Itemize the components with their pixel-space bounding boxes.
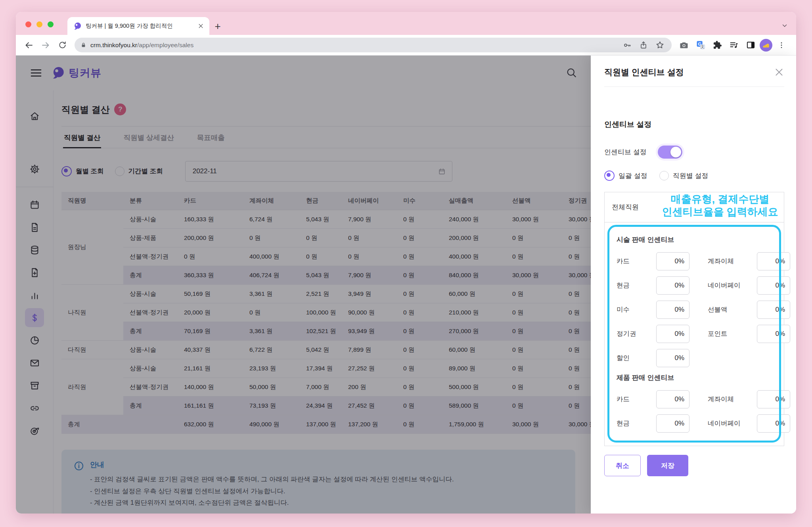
window-close-button[interactable] [25, 21, 31, 27]
tab-favicon-icon [73, 22, 82, 31]
field-label: 정기권 [617, 330, 656, 338]
field-row: 카드계좌이체 [617, 390, 772, 408]
browser-window: 팅커뷰 | 월 9,900원 가장 합리적인 + crm.thinkofyou.… [16, 12, 796, 514]
percent-input[interactable] [757, 414, 790, 433]
field-label: 할인 [617, 354, 656, 362]
key-icon[interactable] [621, 41, 634, 50]
field-label: 현금 [617, 419, 656, 428]
percent-input[interactable] [656, 252, 689, 270]
field-row: 미수선불액 [617, 301, 772, 319]
field-group-title: 시술 판매 인센티브 [617, 235, 775, 244]
field-row: 할인 [617, 349, 772, 367]
sidebar-toggle-icon[interactable] [743, 38, 758, 53]
percent-input[interactable] [656, 349, 689, 367]
percent-input[interactable] [656, 390, 689, 408]
percent-input[interactable] [656, 325, 689, 343]
percent-input[interactable] [656, 301, 689, 319]
tabstrip-chevron-icon[interactable] [781, 22, 788, 29]
browser-tab[interactable]: 팅커뷰 | 월 9,900원 가장 합리적인 [67, 17, 209, 35]
radio-bulk-setting[interactable] [604, 171, 615, 181]
percent-input[interactable] [757, 325, 790, 343]
translate-icon[interactable]: G文 [693, 38, 708, 53]
panel-title: 직원별 인센티브 설정 [604, 67, 684, 78]
annotation-note: 매출유형, 결제수단별 인센티브율을 입력하세요 [657, 193, 783, 218]
url-host: crm.thinkofyou.kr [90, 42, 137, 48]
field-label: 계좌이체 [708, 257, 757, 266]
camera-icon[interactable] [676, 38, 691, 53]
percent-input[interactable] [757, 390, 790, 408]
field-label: 계좌이체 [708, 395, 757, 404]
bookmark-star-icon[interactable] [653, 40, 666, 50]
radio-bulk-label: 일괄 설정 [619, 171, 647, 180]
incentive-section-title: 인센티브 설정 [604, 119, 784, 130]
browser-toolbar: crm.thinkofyou.kr/app/employee/sales G文 [16, 35, 796, 56]
scope-label: 전체직원 [612, 203, 639, 211]
field-label: 현금 [617, 281, 656, 290]
new-tab-button[interactable]: + [209, 18, 226, 34]
field-label: 카드 [617, 257, 656, 266]
back-button[interactable] [21, 38, 36, 53]
toolbar-extensions-area: G文 [676, 38, 791, 53]
percent-input[interactable] [757, 301, 790, 319]
window-maximize-button[interactable] [48, 21, 54, 27]
traffic-lights [25, 21, 54, 27]
percent-input[interactable] [656, 276, 689, 295]
profile-avatar[interactable] [760, 39, 772, 52]
field-label: 선불액 [708, 305, 757, 314]
media-queue-icon[interactable] [726, 38, 741, 53]
reload-button[interactable] [55, 38, 70, 53]
save-button[interactable]: 저장 [647, 455, 688, 476]
incentive-toggle-label: 인센티브 설정 [604, 148, 647, 157]
incentive-scope-box: 전체직원 매출유형, 결제수단별 인센티브율을 입력하세요 시술 판매 인센티브… [604, 192, 784, 446]
field-row: 현금네이버페이 [617, 276, 772, 295]
incentive-fields-area: 시술 판매 인센티브카드계좌이체현금네이버페이미수선불액정기권포인트할인제품 판… [605, 222, 784, 446]
field-label: 네이버페이 [708, 281, 757, 290]
field-row: 현금네이버페이 [617, 414, 772, 433]
tab-close-icon[interactable] [198, 23, 204, 29]
field-label: 미수 [617, 305, 656, 314]
browser-menu-icon[interactable] [774, 38, 789, 53]
incentive-toggle[interactable] [658, 146, 682, 159]
toggle-knob [670, 147, 681, 157]
radio-individual-label: 직원별 설정 [673, 171, 709, 180]
url-bar[interactable]: crm.thinkofyou.kr/app/employee/sales [75, 38, 672, 52]
lock-icon [80, 42, 87, 48]
percent-input[interactable] [757, 276, 790, 295]
field-row: 카드계좌이체 [617, 252, 772, 270]
percent-input[interactable] [656, 414, 689, 433]
forward-button[interactable] [38, 38, 53, 53]
radio-individual-setting[interactable] [659, 171, 669, 180]
percent-input[interactable] [757, 252, 790, 270]
field-group-title: 제품 판매 인센티브 [617, 373, 775, 382]
tab-title: 팅커뷰 | 월 9,900원 가장 합리적인 [86, 22, 194, 30]
field-label: 네이버페이 [708, 419, 757, 428]
app-viewport: 팅커뷰 [16, 56, 796, 514]
field-label: 포인트 [708, 330, 757, 338]
field-label: 카드 [617, 395, 656, 404]
window-minimize-button[interactable] [36, 21, 42, 27]
modal-dim-overlay [16, 56, 591, 514]
incentive-settings-panel: 직원별 인센티브 설정 인센티브 설정 인센티브 설정 일괄 설정 직원별 설정… [591, 56, 796, 514]
extensions-icon[interactable] [710, 38, 725, 53]
share-icon[interactable] [637, 41, 650, 50]
cancel-button[interactable]: 취소 [604, 455, 641, 476]
panel-close-icon[interactable] [774, 67, 784, 77]
field-row: 정기권포인트 [617, 325, 772, 343]
url-path: /app/employee/sales [137, 42, 193, 48]
svg-text:文: 文 [701, 45, 704, 49]
browser-tab-strip: 팅커뷰 | 월 9,900원 가장 합리적인 + [16, 12, 796, 35]
